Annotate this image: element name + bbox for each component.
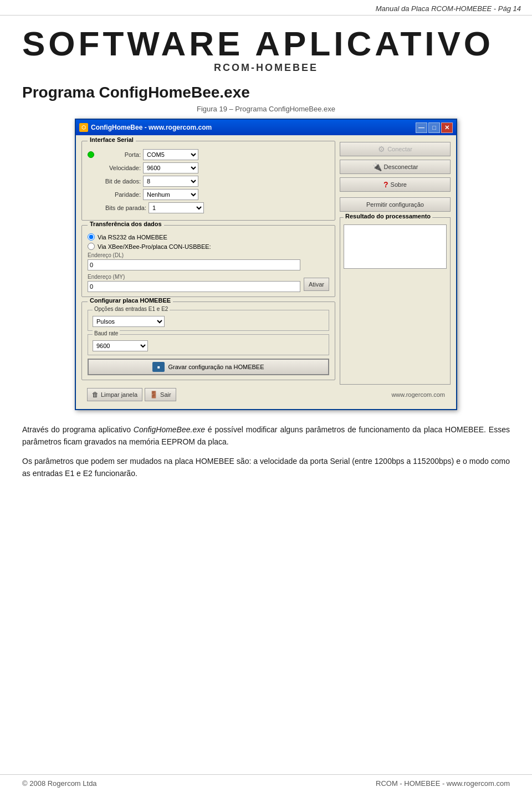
footer-url: www.rogercom.com xyxy=(391,391,445,398)
permitir-button[interactable]: Permitir configuração xyxy=(340,197,451,212)
ativar-button[interactable]: Ativar xyxy=(304,278,329,291)
opcoes-title: Opções das entradas E1 e E2 xyxy=(93,306,170,312)
conectar-button[interactable]: ⚙ Conectar xyxy=(340,142,451,156)
header-title: Manual da Placa RCOM-HOMEBEE - Pág 14 xyxy=(376,4,521,13)
transferencia-title: Transferência dos dados xyxy=(88,221,164,227)
minimize-button[interactable]: — xyxy=(416,122,427,133)
baud-subgroup: Baud rate 9600 xyxy=(88,334,329,355)
bits-parada-label: Bits de parada: xyxy=(96,205,146,211)
porta-label: Porta: xyxy=(96,151,141,158)
dialog-right: ⚙ Conectar 🔌 Desconectar ? Sobre xyxy=(340,141,451,385)
dialog-title: ConfigHomeBee - www.rogercom.com xyxy=(91,124,212,131)
titlebar-left: ⬡ ConfigHomeBee - www.rogercom.com xyxy=(79,123,212,132)
conectar-label: Conectar xyxy=(387,146,412,152)
bits-parada-row: Bits de parada: 1 xyxy=(88,202,329,213)
bits-parada-select[interactable]: 1 xyxy=(149,202,204,213)
velocidade-row: Velocidade: 9600 xyxy=(88,162,329,173)
porta-row: Porta: COM5 xyxy=(88,149,329,160)
sair-button[interactable]: 🚪 Sair xyxy=(145,388,176,401)
footer-buttons: 🗑 Limpar janela 🚪 Sair xyxy=(87,388,176,401)
baud-select[interactable]: 9600 xyxy=(93,340,148,351)
dialog-left: Interface Serial Porta: COM5 Velocidade: xyxy=(81,141,335,385)
interface-serial-group: Interface Serial Porta: COM5 Velocidade: xyxy=(81,141,335,221)
radio1-label: Via RS232 da HOMEBEE xyxy=(98,234,167,241)
porta-select[interactable]: COM5 xyxy=(143,149,198,160)
transfer-fields: Endereço (DL) Endereço (MY) Ativar xyxy=(88,252,329,292)
my-label: Endereço (MY) xyxy=(88,274,300,280)
body-para1: Através do programa aplicativo ConfigHom… xyxy=(22,423,510,448)
radio-xbee[interactable] xyxy=(88,243,95,250)
status-dot xyxy=(88,151,94,158)
figura-caption: Figura 19 – Programa ConfigHomeBee.exe xyxy=(22,105,510,113)
sobre-label: Sobre xyxy=(391,181,407,188)
configurar-group: Configurar placa HOMEBEE Opções das entr… xyxy=(81,302,335,380)
radio-rs232[interactable] xyxy=(88,233,95,241)
limpar-label: Limpar janela xyxy=(101,391,137,398)
win-dialog: ⬡ ConfigHomeBee - www.rogercom.com — □ ✕… xyxy=(75,119,457,410)
desconectar-button[interactable]: 🔌 Desconectar xyxy=(340,160,451,174)
maximize-button[interactable]: □ xyxy=(428,122,440,133)
permitir-label: Permitir configuração xyxy=(366,201,424,208)
footer-right: RCOM - HOMEBEE - www.rogercom.com xyxy=(376,779,510,788)
win-body: Interface Serial Porta: COM5 Velocidade: xyxy=(76,135,456,409)
win-titlebar: ⬡ ConfigHomeBee - www.rogercom.com — □ ✕ xyxy=(76,120,456,135)
resultado-title: Resultado do processamento xyxy=(344,213,432,219)
radio2-label: Via XBee/XBee-Pro/placa CON-USBBEE: xyxy=(98,243,211,250)
my-input[interactable] xyxy=(88,281,300,292)
sobre-button[interactable]: ? Sobre xyxy=(340,177,451,192)
paridade-row: Paridade: Nenhum xyxy=(88,189,329,200)
app-icon: ⬡ xyxy=(79,123,88,132)
gravar-button[interactable]: ■ Gravar configuração na HOMEBEE xyxy=(88,359,329,375)
interface-serial-title: Interface Serial xyxy=(88,136,136,143)
bit-dados-select[interactable]: 8 xyxy=(143,176,198,187)
footer-left: © 2008 Rogercom Ltda xyxy=(22,779,97,788)
resultado-box: Resultado do processamento xyxy=(340,217,451,385)
configurar-title: Configurar placa HOMEBEE xyxy=(88,297,173,304)
opcoes-subgroup: Opções das entradas E1 e E2 Pulsos xyxy=(88,310,329,331)
page-header: Manual da Placa RCOM-HOMEBEE - Pág 14 xyxy=(0,0,532,16)
gravar-label: Gravar configuração na HOMEBEE xyxy=(168,364,264,370)
program-title: Programa ConfigHomeBee.exe xyxy=(22,84,510,101)
win-footer: 🗑 Limpar janela 🚪 Sair www.rogercom.com xyxy=(81,385,451,403)
opcoes-select[interactable]: Pulsos xyxy=(93,316,165,327)
transferencia-group: Transferência dos dados Via RS232 da HOM… xyxy=(81,225,335,297)
page-footer: © 2008 Rogercom Ltda RCOM - HOMEBEE - ww… xyxy=(0,774,532,792)
dl-input[interactable] xyxy=(88,259,300,270)
software-title: SOFTWARE APLICATIVO xyxy=(22,27,510,61)
close-button[interactable]: ✕ xyxy=(441,122,453,133)
paridade-select[interactable]: Nenhum xyxy=(143,189,198,200)
dl-label: Endereço (DL) xyxy=(88,252,300,258)
velocidade-select[interactable]: 9600 xyxy=(143,162,198,173)
dl-col: Endereço (DL) Endereço (MY) xyxy=(88,252,300,292)
rcom-subtitle: RCOM-HOMEBEE xyxy=(22,62,510,74)
chip-icon: ■ xyxy=(152,362,165,372)
bit-dados-label: Bit de dados: xyxy=(96,178,141,185)
dialog-main: Interface Serial Porta: COM5 Velocidade: xyxy=(81,141,451,385)
radio2-row: Via XBee/XBee-Pro/placa CON-USBBEE: xyxy=(88,243,329,250)
desconectar-label: Desconectar xyxy=(384,163,418,170)
bit-dados-row: Bit de dados: 8 xyxy=(88,176,329,187)
velocidade-label: Velocidade: xyxy=(96,165,141,171)
paridade-label: Paridade: xyxy=(96,191,141,198)
baud-title: Baud rate xyxy=(93,330,120,336)
text-body: Através do programa aplicativo ConfigHom… xyxy=(22,423,510,480)
sair-label: Sair xyxy=(160,391,171,398)
body-para2: Os parâmetros que podem ser mudados na p… xyxy=(22,455,510,480)
limpar-button[interactable]: 🗑 Limpar janela xyxy=(87,388,142,401)
resultado-textarea[interactable] xyxy=(344,224,447,269)
win-controls: — □ ✕ xyxy=(416,122,453,133)
radio1-row: Via RS232 da HOMEBEE xyxy=(88,233,329,241)
